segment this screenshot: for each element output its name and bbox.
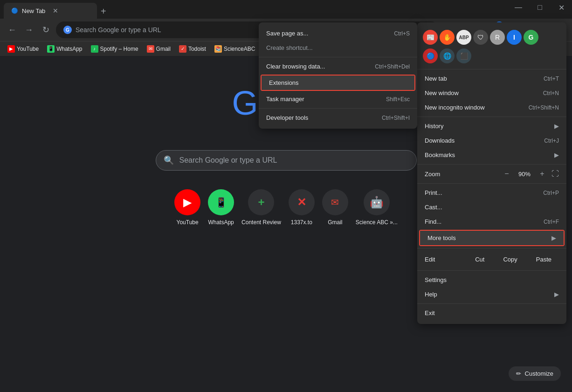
more-tools-create-label: Create shortcut... [266,44,410,51]
menu-divider-2 [417,117,566,117]
zoom-label: Zoom [425,171,501,178]
ext-icon-6[interactable]: I [507,30,522,45]
youtube-favicon: ▶ [7,45,15,53]
main-search-placeholder: Search Google or type a URL [179,156,277,165]
shortcut-scienceabc[interactable]: 🤖 Science ABC »... [356,189,398,226]
edit-label: Edit [425,256,468,263]
zoom-plus-button[interactable]: + [537,168,548,179]
shortcut-youtube-icon: ▶ [174,189,200,215]
menu-find-shortcut: Ctrl+F [544,219,559,225]
menu-new-tab[interactable]: New tab Ctrl+T [417,71,566,86]
minimize-button[interactable]: — [508,0,529,15]
edit-buttons: Cut Copy Paste [468,254,559,265]
shortcut-1337x[interactable]: ✕ 1337x.to [289,189,315,226]
paste-button[interactable]: Paste [529,254,559,265]
back-button[interactable]: ← [6,23,19,36]
chrome-menu: 📰 ✋ ABP 🛡 R I G 🔵 🌐 ⬛ New tab Ctrl+T New… [417,22,566,324]
shortcut-content-review[interactable]: + Content Review [241,189,281,226]
menu-find[interactable]: Find... Ctrl+F [417,214,566,229]
bookmark-youtube[interactable]: ▶ YouTube [4,43,42,55]
close-button[interactable]: ✕ [551,0,572,15]
bookmark-spotify[interactable]: ♪ Spotify – Home [87,43,142,55]
menu-incognito-shortcut: Ctrl+Shift+N [529,104,559,111]
ext-icon-2[interactable]: ✋ [440,30,455,45]
tab-close-button[interactable]: ✕ [53,7,58,14]
refresh-button[interactable]: ↻ [39,23,52,36]
menu-downloads-label: Downloads [425,137,544,144]
shortcut-gmail[interactable]: ✉ Gmail [322,189,348,226]
menu-print[interactable]: Print... Ctrl+P [417,186,566,200]
new-tab-button[interactable]: + [97,4,110,19]
more-tools-devtools[interactable]: Developer tools Ctrl+Shift+I [259,110,417,125]
extensions-highlight-box: Extensions [261,75,415,91]
shortcut-whatsapp[interactable]: 📱 WhatsApp [208,189,234,226]
menu-divider-6 [417,270,566,271]
shortcut-scienceabc-icon: 🤖 [364,189,390,215]
maximize-button[interactable]: □ [529,0,551,15]
shortcuts-grid: ▶ YouTube 📱 WhatsApp + Content Review ✕ … [174,189,398,226]
menu-divider-7 [417,303,566,304]
menu-history-arrow: ▶ [554,123,559,130]
shortcut-youtube[interactable]: ▶ YouTube [174,189,200,226]
forward-button[interactable]: → [22,23,35,36]
zoom-minus-button[interactable]: − [501,168,512,179]
more-tools-devtools-shortcut: Ctrl+Shift+I [382,115,410,121]
more-tools-highlight-box: More tools ▶ [419,230,565,246]
menu-new-window-label: New window [425,89,543,96]
bookmark-gmail[interactable]: ✉ Gmail [143,43,174,55]
menu-new-tab-shortcut: Ctrl+T [544,76,559,82]
menu-more-tools[interactable]: More tools ▶ [420,231,564,245]
ext-icon-8[interactable]: 🔵 [423,48,438,63]
bookmark-whatsapp[interactable]: 📱 WhatsApp [43,43,86,55]
main-search-box[interactable]: 🔍 Search Google or type a URL [156,150,417,171]
whatsapp-favicon: 📱 [47,45,55,53]
more-tools-create-shortcut[interactable]: Create shortcut... [259,41,417,55]
customize-button[interactable]: ✏ Customize [509,366,561,381]
menu-settings[interactable]: Settings [417,273,566,287]
menu-downloads[interactable]: Downloads Ctrl+J [417,133,566,148]
search-input[interactable]: Search Google or type a URL [76,26,161,34]
menu-exit-label: Exit [425,309,559,316]
tab-title: New Tab [22,7,45,14]
ext-icon-1[interactable]: 📰 [423,30,438,45]
menu-incognito[interactable]: New incognito window Ctrl+Shift+N [417,100,566,115]
active-tab[interactable]: 🔵 New Tab ✕ [4,3,97,19]
menu-bookmarks[interactable]: Bookmarks ▶ [417,148,566,162]
bookmark-youtube-label: YouTube [17,46,39,52]
more-tools-task-manager[interactable]: Task manager Shift+Esc [259,92,417,106]
more-tools-divider-2 [259,108,417,109]
bookmark-todoist[interactable]: ✓ Todoist [175,43,210,55]
menu-history[interactable]: History ▶ [417,119,566,133]
ext-icon-9[interactable]: 🌐 [440,48,455,63]
shortcut-scienceabc-label: Science ABC »... [356,219,398,226]
menu-help-label: Help [425,291,551,298]
ext-icon-10[interactable]: ⬛ [456,48,471,63]
menu-more-tools-arrow: ▶ [551,234,556,241]
menu-cast[interactable]: Cast... [417,200,566,214]
ext-icon-7[interactable]: G [524,30,538,45]
menu-divider-5 [417,248,566,248]
menu-downloads-shortcut: Ctrl+J [544,138,559,144]
bookmark-scienceabc[interactable]: 📚 ScienceABC [211,43,259,55]
menu-settings-label: Settings [425,276,559,283]
copy-button[interactable]: Copy [496,254,524,265]
menu-print-label: Print... [425,189,543,196]
more-tools-clear-browsing[interactable]: Clear browsing data... Ctrl+Shift+Del [259,59,417,74]
menu-help[interactable]: Help ▶ [417,287,566,302]
menu-divider-3 [417,164,566,165]
menu-new-window[interactable]: New window Ctrl+N [417,86,566,100]
spotify-favicon: ♪ [91,45,98,53]
bookmark-scienceabc-label: ScienceABC [224,46,255,52]
more-tools-divider-1 [259,57,417,57]
more-tools-extensions[interactable]: Extensions [262,76,414,90]
zoom-fullscreen-button[interactable]: ⛶ [551,170,559,178]
cut-button[interactable]: Cut [468,254,492,265]
menu-exit[interactable]: Exit [417,306,566,320]
menu-divider-1 [417,69,566,69]
more-tools-save-page[interactable]: Save page as... Ctrl+S [259,26,417,41]
ext-icon-5[interactable]: R [490,30,505,45]
ext-icon-4[interactable]: 🛡 [473,30,488,45]
more-tools-save-label: Save page as... [266,30,394,37]
shortcut-content-review-label: Content Review [241,219,281,226]
ext-icon-adblock[interactable]: ABP [456,30,471,45]
